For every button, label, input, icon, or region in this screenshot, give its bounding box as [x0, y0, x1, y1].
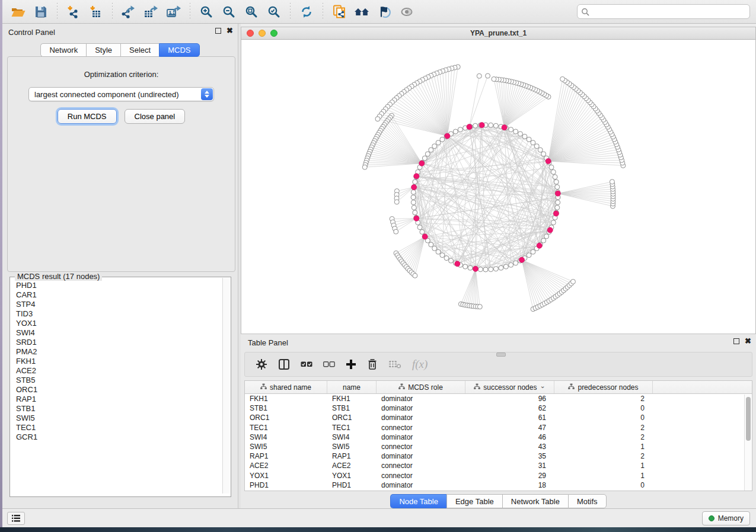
table-row[interactable]: SWI4SWI4dominator462: [245, 432, 752, 442]
mcds-result-item[interactable]: TID3: [16, 309, 223, 319]
cell-name[interactable]: ACE2: [327, 462, 377, 470]
cell-predecessor-nodes[interactable]: 1: [554, 462, 653, 470]
cell-MCDS-role[interactable]: dominator: [377, 452, 465, 460]
cell-name[interactable]: RAP1: [327, 452, 377, 460]
mcds-result-item[interactable]: ORC1: [16, 385, 223, 395]
tab-network[interactable]: Network: [40, 43, 86, 57]
table-scrollbar[interactable]: [744, 395, 751, 491]
mcds-result-item[interactable]: FKH1: [16, 357, 223, 366]
cell-successor-nodes[interactable]: 35: [465, 452, 554, 460]
cell-shared-name[interactable]: RAP1: [245, 452, 327, 460]
cell-name[interactable]: SWI5: [327, 443, 377, 451]
cell-name[interactable]: STB1: [327, 404, 377, 412]
cell-name[interactable]: PHD1: [327, 481, 377, 489]
table-row[interactable]: TEC1TEC1connector472: [245, 423, 752, 432]
mcds-result-item[interactable]: PHD1: [16, 281, 223, 290]
mcds-result-item[interactable]: TEC1: [16, 423, 223, 432]
search-box[interactable]: [577, 4, 750, 19]
columns-button[interactable]: [278, 358, 290, 370]
table-row[interactable]: STB1STB1dominator620: [245, 403, 752, 413]
task-history-button[interactable]: [7, 512, 25, 525]
cell-predecessor-nodes[interactable]: 2: [554, 452, 653, 460]
table-scrollbar-thumb[interactable]: [746, 397, 751, 441]
cell-MCDS-role[interactable]: connector: [377, 443, 465, 451]
column-header-name[interactable]: name: [327, 381, 377, 393]
open-session-button[interactable]: [7, 2, 30, 22]
close-panel-icon[interactable]: ✖: [227, 28, 233, 34]
cell-shared-name[interactable]: SWI5: [245, 443, 327, 451]
table-row[interactable]: ORC1ORC1dominator610: [245, 413, 752, 422]
mcds-result-item[interactable]: STB5: [16, 376, 223, 385]
cell-name[interactable]: FKH1: [327, 395, 377, 403]
mcds-result-item[interactable]: ACE2: [16, 366, 223, 376]
column-header-MCDS-role[interactable]: MCDS role: [377, 381, 465, 393]
mcds-result-item[interactable]: GCR1: [16, 432, 223, 442]
mcds-result-item[interactable]: SWI4: [16, 328, 223, 338]
mcds-result-item[interactable]: STP4: [16, 300, 223, 309]
cell-predecessor-nodes[interactable]: 1: [554, 443, 653, 451]
search-input[interactable]: [592, 8, 746, 16]
tab-style[interactable]: Style: [86, 43, 120, 57]
cell-successor-nodes[interactable]: 46: [465, 433, 554, 441]
cell-MCDS-role[interactable]: dominator: [377, 481, 465, 489]
criterion-dropdown[interactable]: largest connected component (undirected): [28, 87, 214, 101]
mcds-result-item[interactable]: CAR1: [16, 290, 223, 300]
maximize-window-icon[interactable]: [270, 30, 277, 37]
cell-successor-nodes[interactable]: 29: [465, 472, 554, 480]
zoom-out-button[interactable]: [218, 2, 240, 22]
cell-name[interactable]: ORC1: [327, 414, 377, 422]
check-pair-button[interactable]: [301, 361, 312, 368]
mcds-result-item[interactable]: SWI5: [16, 414, 223, 423]
mcds-result-item[interactable]: SRD1: [16, 338, 223, 347]
function-builder-button[interactable]: f(x): [412, 358, 428, 371]
cell-shared-name[interactable]: PHD1: [245, 481, 327, 489]
zoom-in-button[interactable]: [195, 2, 218, 22]
mcds-result-item[interactable]: STB1: [16, 404, 223, 414]
cell-MCDS-role[interactable]: dominator: [377, 395, 465, 403]
float-panel-icon[interactable]: [215, 28, 221, 34]
uncheck-pair-button[interactable]: [323, 361, 335, 368]
tab-edge-table[interactable]: Edge Table: [446, 494, 502, 508]
cell-MCDS-role[interactable]: connector: [377, 472, 465, 480]
export-network-button[interactable]: [117, 2, 140, 22]
table-row[interactable]: FKH1FKH1dominator962: [245, 394, 752, 403]
tab-motifs[interactable]: Motifs: [568, 494, 607, 508]
tab-select[interactable]: Select: [120, 43, 159, 57]
run-mcds-button[interactable]: Run MCDS: [58, 109, 117, 124]
table-row[interactable]: PHD1PHD1dominator180: [245, 480, 752, 490]
zoom-fit-button[interactable]: [240, 2, 263, 22]
float-table-panel-icon[interactable]: [733, 338, 739, 344]
cell-name[interactable]: YOX1: [327, 472, 377, 480]
export-table-button[interactable]: [140, 2, 162, 22]
cell-name[interactable]: SWI4: [327, 433, 377, 441]
minimize-window-icon[interactable]: [259, 30, 266, 37]
close-table-panel-icon[interactable]: ✖: [745, 338, 751, 344]
table-row[interactable]: ACE2ACE2connector311: [245, 461, 752, 470]
cell-predecessor-nodes[interactable]: 0: [554, 414, 653, 422]
column-header-predecessor-nodes[interactable]: predecessor nodes: [554, 381, 653, 393]
import-table-button[interactable]: [85, 2, 107, 22]
refresh-button[interactable]: [295, 2, 318, 22]
cell-shared-name[interactable]: YOX1: [245, 472, 327, 480]
cell-predecessor-nodes[interactable]: 2: [554, 424, 653, 432]
grid-remove-button[interactable]: [388, 360, 401, 369]
mcds-result-item[interactable]: PMA2: [16, 347, 223, 357]
table-row[interactable]: SWI5SWI5connector431: [245, 442, 752, 451]
tab-network-table[interactable]: Network Table: [502, 494, 568, 508]
network-view[interactable]: [241, 40, 755, 355]
column-header-shared-name[interactable]: shared name: [245, 381, 327, 393]
column-header-successor-nodes[interactable]: successor nodes⌄: [465, 381, 554, 393]
table-row[interactable]: RAP1RAP1dominator352: [245, 451, 752, 461]
close-panel-button[interactable]: Close panel: [125, 109, 186, 124]
network-from-file-button[interactable]: [328, 2, 350, 22]
mcds-list-scrollbar[interactable]: [222, 278, 230, 493]
mcds-result-list[interactable]: PHD1CAR1STP4TID3YOX1SWI4SRD1PMA2FKH1ACE2…: [11, 281, 223, 493]
mcds-result-item[interactable]: RAP1: [16, 395, 223, 404]
cell-MCDS-role[interactable]: dominator: [377, 433, 465, 441]
cell-successor-nodes[interactable]: 18: [465, 481, 554, 489]
cell-MCDS-role[interactable]: dominator: [377, 414, 465, 422]
cell-shared-name[interactable]: ORC1: [245, 414, 327, 422]
node-table[interactable]: shared namenameMCDS rolesuccessor nodes⌄…: [244, 380, 752, 491]
export-image-button[interactable]: [162, 2, 185, 22]
zoom-selected-button[interactable]: [263, 2, 285, 22]
